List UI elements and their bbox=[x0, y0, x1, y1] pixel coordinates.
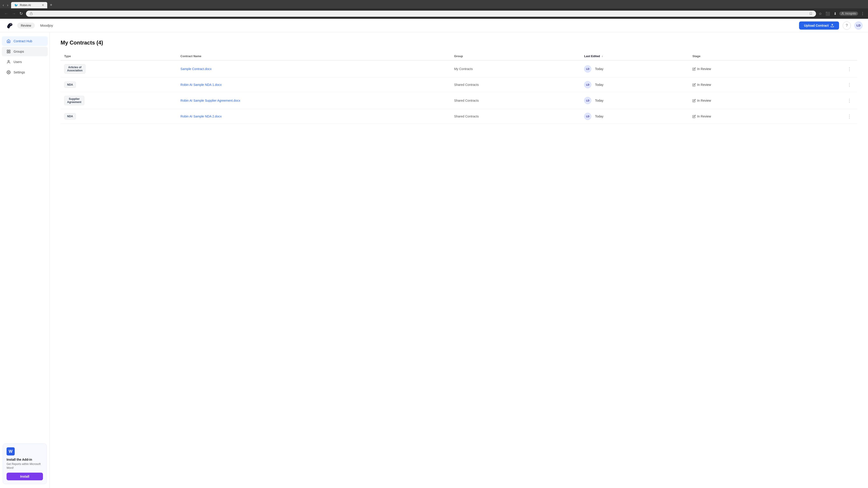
col-actions bbox=[794, 52, 857, 60]
stage-cell: In Review bbox=[689, 109, 794, 124]
stage-cell: In Review bbox=[689, 60, 794, 77]
nav-buttons: ← → ↻ bbox=[3, 10, 24, 17]
pencil-icon bbox=[692, 83, 696, 87]
type-badge: NDA bbox=[64, 113, 76, 120]
type-cell: NDA bbox=[61, 77, 177, 92]
group-text: Shared Contracts bbox=[454, 83, 479, 87]
user-avatar-dot: LD bbox=[584, 65, 591, 72]
pencil-icon bbox=[692, 67, 696, 71]
contract-link[interactable]: Robin AI Sample Supplier Agreement.docx bbox=[180, 99, 240, 102]
tab-favicon: 🐦 bbox=[14, 3, 18, 7]
page-title: My Contracts (4) bbox=[61, 39, 857, 46]
contract-name-cell: Sample Contract.docx bbox=[177, 60, 451, 77]
group-cell: Shared Contracts bbox=[451, 109, 581, 124]
stage-cell: In Review bbox=[689, 77, 794, 92]
bookmark-icon[interactable] bbox=[809, 12, 812, 15]
sidebar-label-users: Users bbox=[13, 60, 22, 64]
sidebar-item-users[interactable]: Users bbox=[2, 57, 48, 67]
last-edited-cell: LD Today bbox=[581, 77, 689, 92]
more-options-button[interactable]: ⋮ bbox=[845, 81, 854, 88]
more-options-button[interactable]: ⋮ bbox=[845, 65, 854, 72]
action-cell: ⋮ bbox=[794, 77, 857, 92]
col-contract-name: Contract Name bbox=[177, 52, 451, 60]
url-input[interactable]: app.robinai.co.uk/review/contract-hub bbox=[34, 12, 808, 15]
browser-toolbar: ← → ↻ app.robinai.co.uk/review/contract-… bbox=[0, 8, 868, 19]
sidebar-item-settings[interactable]: Settings bbox=[2, 68, 48, 77]
home-icon bbox=[6, 39, 11, 43]
action-cell: ⋮ bbox=[794, 109, 857, 124]
user-avatar-dot: LD bbox=[584, 97, 591, 104]
svg-rect-4 bbox=[7, 50, 8, 51]
toolbar-right: ☆ ⬛ ⬇ Incognito ⋮ bbox=[818, 11, 865, 17]
more-options-button[interactable]: ⋮ bbox=[845, 113, 854, 120]
app-body: Contract Hub Groups User bbox=[0, 32, 868, 488]
upload-icon bbox=[831, 24, 834, 27]
upload-contract-button[interactable]: Upload Contract bbox=[799, 22, 839, 30]
sidebar-label-groups: Groups bbox=[13, 50, 24, 53]
group-cell: Shared Contracts bbox=[451, 77, 581, 92]
svg-point-8 bbox=[8, 60, 9, 62]
action-cell: ⋮ bbox=[794, 60, 857, 77]
reload-button[interactable]: ↻ bbox=[18, 10, 24, 17]
group-text: My Contracts bbox=[454, 67, 473, 71]
active-tab[interactable]: 🐦 Robin AI × bbox=[11, 2, 47, 8]
contracts-table: Type Contract Name Group Last Edited ↑ bbox=[61, 52, 857, 124]
tab-back-btn[interactable]: ‹ bbox=[2, 2, 5, 8]
incognito-label: Incognito bbox=[845, 12, 856, 15]
svg-point-9 bbox=[8, 72, 9, 73]
incognito-badge: Incognito bbox=[839, 11, 858, 15]
workspace-name: Moodjoy bbox=[40, 24, 53, 27]
table-row: Articles ofAssociation Sample Contract.d… bbox=[61, 60, 857, 77]
address-bar[interactable]: app.robinai.co.uk/review/contract-hub bbox=[26, 11, 816, 17]
user-avatar-dot: LD bbox=[584, 81, 591, 88]
type-badge: SupplierAgreement bbox=[64, 96, 84, 105]
sort-arrow: ↑ bbox=[602, 55, 603, 58]
help-button[interactable]: ? bbox=[843, 22, 851, 30]
upload-contract-label: Upload Contract bbox=[804, 24, 829, 27]
pencil-icon bbox=[692, 99, 696, 102]
back-button[interactable]: ← bbox=[3, 10, 9, 17]
col-stage: Stage bbox=[689, 52, 794, 60]
sidebar-item-groups[interactable]: Groups bbox=[2, 47, 48, 56]
contract-name-cell: Robin AI Sample NDA 2.docx bbox=[177, 109, 451, 124]
settings-icon bbox=[6, 70, 11, 74]
sidebar-item-contract-hub[interactable]: Contract Hub bbox=[2, 36, 48, 46]
addon-install-button[interactable]: Install bbox=[6, 473, 43, 480]
group-cell: My Contracts bbox=[451, 60, 581, 77]
tab-close-btn[interactable]: × bbox=[42, 3, 44, 7]
last-edited-text: Today bbox=[595, 83, 603, 87]
last-edited-text: Today bbox=[595, 99, 603, 102]
help-icon: ? bbox=[846, 24, 848, 28]
last-edited-cell: LD Today bbox=[581, 109, 689, 124]
review-badge[interactable]: Review bbox=[17, 23, 35, 29]
new-tab-button[interactable]: + bbox=[48, 2, 54, 8]
table-row: NDA Robin AI Sample NDA 2.docx Shared Co… bbox=[61, 109, 857, 124]
user-avatar-dot: LD bbox=[584, 113, 591, 120]
contract-name-cell: Robin AI Sample NDA 1.docx bbox=[177, 77, 451, 92]
type-badge: NDA bbox=[64, 82, 76, 88]
contract-link[interactable]: Sample Contract.docx bbox=[180, 67, 212, 71]
user-icon bbox=[6, 60, 11, 64]
tab-bar: ‹ › 🐦 Robin AI × + bbox=[0, 0, 868, 8]
type-cell: Articles ofAssociation bbox=[61, 60, 177, 77]
col-group: Group bbox=[451, 52, 581, 60]
type-badge: Articles ofAssociation bbox=[64, 64, 86, 74]
forward-button[interactable]: → bbox=[10, 10, 17, 17]
download-icon[interactable]: ⬇ bbox=[833, 11, 837, 17]
contract-link[interactable]: Robin AI Sample NDA 1.docx bbox=[180, 83, 221, 87]
pencil-icon bbox=[692, 115, 696, 118]
group-text: Shared Contracts bbox=[454, 115, 479, 118]
main-content: My Contracts (4) Type Contract Name Grou… bbox=[50, 32, 868, 488]
menu-icon[interactable]: ⋮ bbox=[860, 11, 865, 17]
col-last-edited[interactable]: Last Edited ↑ bbox=[581, 52, 689, 60]
col-type: Type bbox=[61, 52, 177, 60]
table-header: Type Contract Name Group Last Edited ↑ bbox=[61, 52, 857, 60]
tab-forward-btn[interactable]: › bbox=[6, 2, 9, 8]
robin-logo bbox=[5, 22, 13, 30]
user-avatar[interactable]: LD bbox=[855, 22, 863, 30]
table-row: SupplierAgreement Robin AI Sample Suppli… bbox=[61, 92, 857, 109]
extensions-icon[interactable]: ⬛ bbox=[825, 11, 831, 17]
contract-link[interactable]: Robin AI Sample NDA 2.docx bbox=[180, 115, 221, 118]
more-options-button[interactable]: ⋮ bbox=[845, 97, 854, 104]
bookmark-toolbar-icon[interactable]: ☆ bbox=[818, 11, 823, 17]
